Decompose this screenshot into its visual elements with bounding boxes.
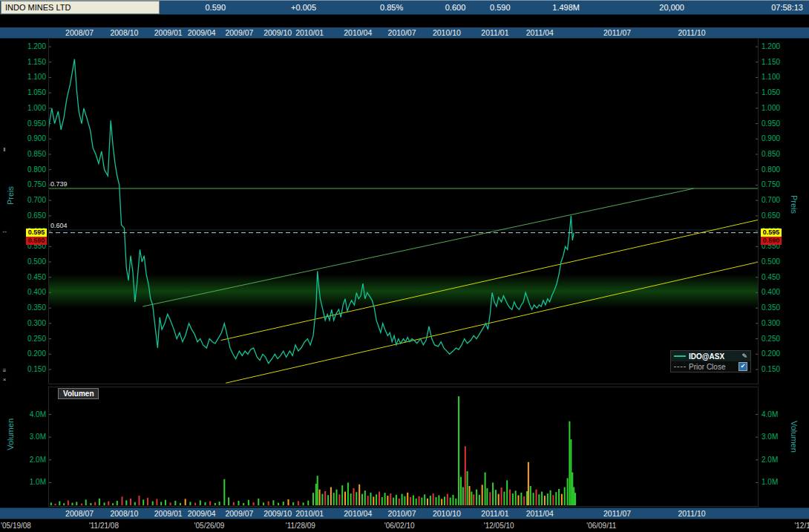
date-label: 2008/07 bbox=[65, 28, 94, 37]
price-tick-label: 0.900 bbox=[761, 134, 788, 142]
trading-app-window: Firmenname Last Veränderung Veränderung … bbox=[0, 0, 809, 532]
volume-axis-title-left: Volumen bbox=[6, 418, 15, 450]
price-tick-label: 1.000 bbox=[21, 104, 46, 112]
price-tick-label: 1.200 bbox=[761, 42, 788, 50]
price-tick-label: 0.800 bbox=[21, 165, 46, 174]
date-label: 2009/07 bbox=[225, 509, 253, 518]
price-tick-label: 1.050 bbox=[21, 88, 46, 96]
date-label: 2010/01 bbox=[295, 28, 324, 37]
volume-tick-label: 3.0M bbox=[761, 433, 788, 441]
volume-tick-label: 1.0M bbox=[761, 478, 788, 486]
date-label: 2008/10 bbox=[110, 509, 138, 518]
panel-handle-icon[interactable]: ‖ bbox=[1, 146, 8, 153]
scroll-date-label: '12/1 bbox=[794, 522, 809, 530]
legend-prior-close-label: Prior Close bbox=[689, 363, 736, 371]
scroll-date-label: '11/21/08 bbox=[89, 522, 119, 530]
price-tick-label: 0.250 bbox=[761, 335, 788, 343]
price-axis-title-left: Preis bbox=[6, 186, 15, 205]
x-axis-bottom: 2008/072008/102009/012009/042009/072009/… bbox=[0, 508, 809, 519]
price-tick-label: 0.450 bbox=[761, 273, 788, 281]
date-label: 2010/07 bbox=[388, 28, 416, 37]
price-tick-label: 0.600 bbox=[761, 227, 788, 235]
price-tick-label: 0.200 bbox=[761, 349, 788, 358]
date-label: 2009/07 bbox=[225, 28, 253, 37]
date-label: 2010/04 bbox=[344, 509, 372, 518]
date-label: 2009/01 bbox=[154, 28, 183, 37]
price-tick-label: 0.350 bbox=[21, 303, 46, 312]
price-tick-label: 0.550 bbox=[761, 242, 788, 250]
price-tick-label: 0.450 bbox=[21, 273, 46, 281]
price-tick-label: 1.150 bbox=[761, 58, 788, 66]
volume-tick-label: 4.0M bbox=[21, 410, 46, 418]
price-marker: 0.595 bbox=[26, 229, 47, 237]
legend-series-label: IDO@ASX bbox=[689, 352, 738, 361]
date-label: 2011/04 bbox=[526, 509, 554, 518]
price-tick-label: 0.750 bbox=[761, 180, 788, 188]
price-tick-label: 1.200 bbox=[21, 42, 46, 50]
volume-value: 1.498M bbox=[517, 1, 586, 14]
date-label: 2011/01 bbox=[481, 28, 508, 37]
price-marker: 0.590 bbox=[761, 237, 782, 245]
ask-value: 0.590 bbox=[471, 1, 516, 14]
price-tick-label: 0.200 bbox=[21, 349, 46, 358]
company-name-field[interactable]: INDO MINES LTD bbox=[1, 1, 160, 14]
legend-item-series[interactable]: IDO@ASX ✎ bbox=[671, 351, 750, 361]
date-label: 2009/01 bbox=[154, 509, 183, 518]
scroll-date-label: '12/05/10 bbox=[484, 522, 514, 530]
price-marker: 0.595 bbox=[761, 229, 782, 237]
prior-close-checkbox[interactable]: ✔ bbox=[738, 362, 747, 371]
date-label: 2008/10 bbox=[110, 28, 138, 37]
price-tick-label: 1.150 bbox=[21, 58, 46, 66]
volume-chart[interactable] bbox=[48, 387, 759, 507]
date-label: 2010/10 bbox=[433, 509, 461, 518]
date-label: 2010/04 bbox=[344, 28, 372, 37]
trade-time-value: 07:58:13 bbox=[690, 1, 809, 14]
legend-item-prior-close[interactable]: Prior Close ✔ bbox=[671, 361, 750, 372]
prior-close-line-sample bbox=[674, 367, 686, 367]
price-tick-label: 0.750 bbox=[21, 180, 46, 188]
price-tick-label: 0.900 bbox=[21, 134, 46, 142]
price-tick-label: 0.600 bbox=[21, 227, 46, 235]
time-scrollbar[interactable]: '05/19/08'11/21/08'05/26/09'11/28/09'06/… bbox=[0, 519, 809, 532]
date-label: 2011/01 bbox=[481, 509, 508, 518]
splitter-icon[interactable]: ↔ bbox=[1, 228, 8, 234]
date-label: 2011/04 bbox=[526, 28, 554, 37]
date-label: 2009/10 bbox=[263, 509, 292, 518]
volume-tick-label: 2.0M bbox=[761, 456, 788, 464]
scroll-date-label: '05/19/08 bbox=[1, 522, 31, 530]
price-chart[interactable] bbox=[48, 38, 759, 384]
price-axis-title-right: Preis bbox=[790, 195, 799, 214]
price-tick-label: 0.300 bbox=[761, 319, 788, 327]
price-tick-label: 0.550 bbox=[21, 242, 46, 250]
date-label: 2011/07 bbox=[603, 28, 631, 37]
price-tick-label: 1.100 bbox=[21, 73, 46, 81]
price-tick-label: 0.250 bbox=[21, 335, 46, 343]
price-tick-label: 1.050 bbox=[761, 88, 788, 96]
date-label: 2009/04 bbox=[188, 509, 216, 518]
scroll-date-label: '05/26/09 bbox=[194, 522, 225, 530]
price-tick-label: 0.500 bbox=[21, 257, 46, 266]
price-tick-label: 0.650 bbox=[21, 211, 46, 220]
menu-icon[interactable]: ≡ bbox=[1, 367, 8, 374]
price-marker: 0.590 bbox=[26, 237, 47, 245]
price-tick-label: 0.800 bbox=[761, 165, 788, 174]
price-tick-label: 0.700 bbox=[21, 196, 46, 204]
x-axis-top: 2008/072008/102009/012009/042009/072009/… bbox=[0, 27, 809, 39]
scroll-date-label: '06/09/11 bbox=[586, 522, 616, 530]
hand-cursor-icon: ✎ bbox=[741, 352, 747, 360]
change-pct-value: 0.85% bbox=[322, 1, 409, 14]
price-tick-label: 0.850 bbox=[761, 150, 788, 158]
price-tick-label: 1.100 bbox=[761, 73, 788, 81]
last-traded-value: 20,000 bbox=[586, 1, 690, 14]
price-tick-label: 0.350 bbox=[761, 303, 788, 312]
price-tick-label: 1.000 bbox=[761, 104, 788, 112]
volume-axis-title-right: Volumen bbox=[790, 421, 799, 453]
price-tick-label: 0.500 bbox=[761, 257, 788, 266]
close-icon[interactable]: × bbox=[1, 376, 8, 383]
price-tick-label: 0.300 bbox=[21, 319, 46, 327]
bid-value: 0.600 bbox=[409, 1, 471, 14]
date-label: 2009/10 bbox=[263, 28, 292, 37]
date-label: 2010/01 bbox=[295, 509, 324, 518]
volume-tick-label: 4.0M bbox=[761, 410, 788, 418]
price-tick-label: 0.650 bbox=[761, 211, 788, 220]
